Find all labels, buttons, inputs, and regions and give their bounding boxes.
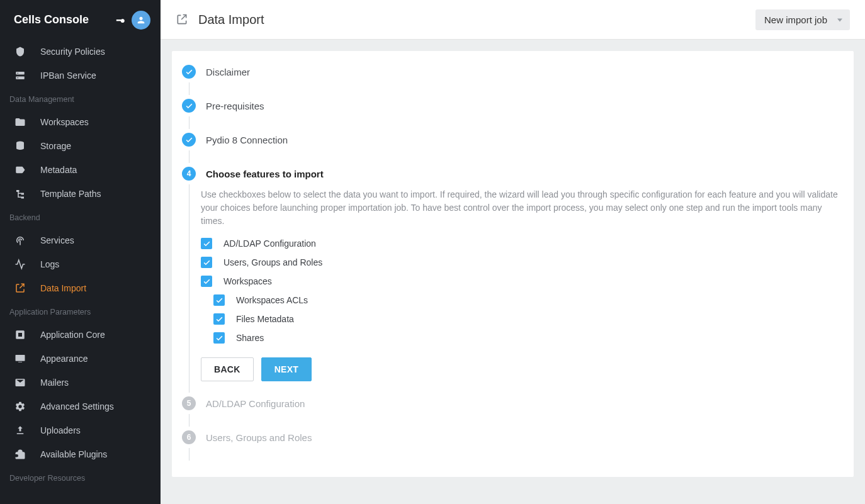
sidebar: Cells Console ━● Security PoliciesIPBan … [0,0,161,504]
step-title: Pydio 8 Connection [206,135,288,145]
back-button[interactable]: Back [201,357,254,381]
step-2: Pre-requisites [181,95,845,129]
step-head[interactable]: 5AD/LDAP Configuration [181,393,845,414]
svg-rect-7 [16,355,25,361]
step-title: Disclaimer [206,67,250,77]
avatar[interactable] [132,11,150,30]
check-row: AD/LDAP Configuration [201,238,845,249]
tree-icon [14,188,26,199]
sidebar-item-label: Metadata [40,165,77,175]
step-head[interactable]: Pre-requisites [181,95,845,116]
sidebar-item-ipban-service[interactable]: IPBan Service [0,64,161,87]
check-icon [182,99,196,113]
checkbox-label: Workspaces ACLs [236,295,308,305]
plugin-icon [14,449,26,460]
checkbox-label: Users, Groups and Roles [223,257,322,267]
check-icon [182,65,196,79]
main: Data Import New import job DisclaimerPre… [161,0,865,504]
mail-icon [14,377,26,388]
appcore-icon [14,329,26,340]
pulse-icon [14,259,26,270]
check-row: Files Metadata [213,313,845,325]
sidebar-item-label: Mailers [40,378,69,388]
checkbox[interactable] [213,313,225,325]
step-1: Disclaimer [181,61,845,95]
sidebar-item-uploaders[interactable]: Uploaders [0,418,161,442]
server-icon [14,70,26,81]
checkbox[interactable] [213,294,225,306]
sidebar-item-template-paths[interactable]: Template Paths [0,182,161,206]
sidebar-item-advanced-settings[interactable]: Advanced Settings [0,395,161,418]
checkbox[interactable] [201,238,212,249]
sidebar-item-label: Logs [40,259,59,269]
checkbox[interactable] [213,332,225,344]
sidebar-item-label: Appearance [40,354,88,364]
checkbox-label: AD/LDAP Configuration [223,238,316,249]
step-number: 4 [182,167,196,181]
svg-rect-0 [16,72,25,75]
step-3: Pydio 8 Connection [181,129,845,163]
sidebar-item-label: Data Import [40,283,86,293]
step-head[interactable]: Disclaimer [181,61,845,82]
check-row: Workspaces ACLs [213,294,845,306]
sidebar-item-appearance[interactable]: Appearance [0,347,161,371]
svg-rect-6 [18,333,22,337]
sidebar-item-label: Template Paths [40,189,101,199]
sidebar-group-developer-resources: Developer Resources [0,466,161,489]
toggle-icon[interactable]: ━● [116,15,124,25]
checkbox[interactable] [201,276,212,287]
sidebar-item-label: Storage [40,141,71,151]
wizard-card: DisclaimerPre-requisitesPydio 8 Connecti… [172,51,854,477]
sidebar-item-label: Security Policies [40,47,105,57]
checkbox-label: Files Metadata [236,314,294,324]
checkbox-label: Workspaces [223,276,272,286]
check-row: Shares [213,332,845,344]
sidebar-group-data-management: Data Management [0,87,161,110]
step-title: AD/LDAP Configuration [206,398,305,409]
step-head[interactable]: 6Users, Groups and Roles [181,427,845,448]
step-number: 5 [182,396,196,410]
step-6: 6Users, Groups and Roles [181,427,845,461]
next-button[interactable]: Next [261,357,312,381]
step-head[interactable]: Pydio 8 Connection [181,129,845,150]
svg-rect-1 [16,77,25,80]
sidebar-header: Cells Console ━● [0,0,161,40]
dropdown-label: New import job [764,14,827,25]
sidebar-item-label: Advanced Settings [40,401,114,412]
sidebar-item-data-import[interactable]: Data Import [0,276,161,300]
step-title: Choose features to import [206,169,324,179]
checkbox-label: Shares [236,333,264,343]
gear-icon [14,401,26,412]
check-row: Workspaces [201,276,845,287]
monitor-icon [14,353,26,364]
sidebar-item-mailers[interactable]: Mailers [0,371,161,395]
step-description: Use checkboxes below to select the data … [201,188,845,228]
step-4: 4Choose features to importUse checkboxes… [181,163,845,393]
shield-icon [14,46,26,57]
upload-icon [14,425,26,436]
page-title: Data Import [198,13,264,27]
sidebar-item-label: Workspaces [40,117,89,127]
checkbox[interactable] [201,257,212,268]
step-5: 5AD/LDAP Configuration [181,393,845,427]
database-icon [14,140,26,152]
sidebar-item-metadata[interactable]: Metadata [0,158,161,182]
svg-point-2 [18,73,19,74]
sidebar-item-workspaces[interactable]: Workspaces [0,110,161,134]
sidebar-item-label: IPBan Service [40,70,96,81]
new-import-dropdown[interactable]: New import job [755,9,850,30]
sidebar-item-services[interactable]: Services [0,228,161,252]
sidebar-item-storage[interactable]: Storage [0,134,161,158]
sidebar-item-application-core[interactable]: Application Core [0,323,161,347]
topbar: Data Import New import job [161,0,865,40]
import-icon [176,13,188,26]
svg-point-3 [18,77,19,79]
check-row: Users, Groups and Roles [201,257,845,268]
tags-icon [14,164,26,176]
sidebar-item-available-plugins[interactable]: Available Plugins [0,442,161,466]
sidebar-item-security-policies[interactable]: Security Policies [0,40,161,64]
sidebar-item-logs[interactable]: Logs [0,252,161,276]
folder-icon [14,116,26,128]
step-head: 4Choose features to import [181,163,845,184]
sidebar-group-backend: Backend [0,206,161,228]
